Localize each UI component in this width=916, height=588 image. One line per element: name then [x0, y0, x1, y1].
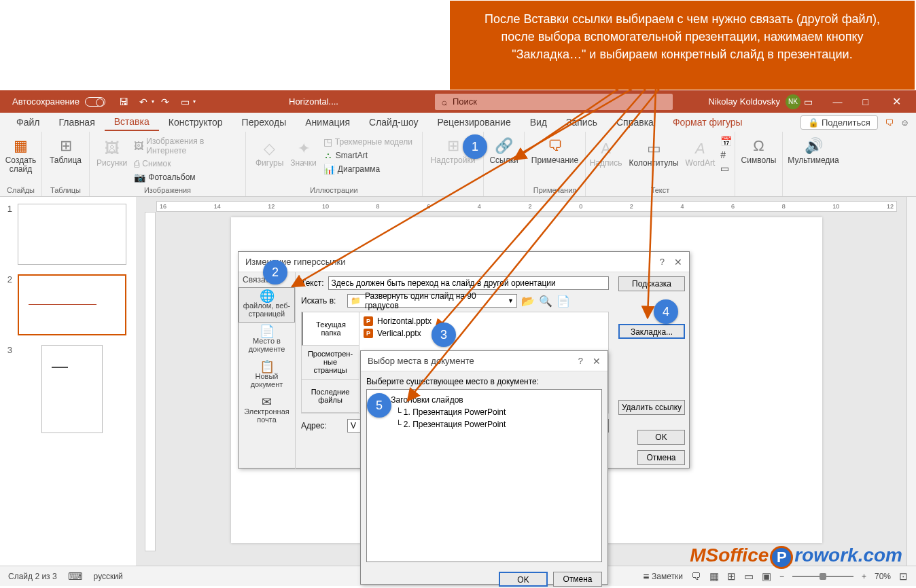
dialog2-help-icon[interactable]: ? — [578, 356, 583, 366]
slide-sorter-icon[interactable]: ⊞ — [727, 570, 736, 583]
tab-file[interactable]: Файл — [7, 114, 49, 130]
slide-number-icon[interactable]: # — [720, 149, 732, 160]
tree-slide-1[interactable]: └ 1. Презентация PowerPoint — [371, 406, 597, 418]
3d-models-button: ◳Трехмерные модели — [322, 136, 414, 148]
object-icon[interactable]: ▭ — [720, 163, 732, 174]
close-icon[interactable]: ✕ — [892, 95, 901, 108]
annotation-4: 4 — [654, 299, 678, 324]
chart-button[interactable]: 📊Диаграмма — [322, 163, 414, 175]
file-item[interactable]: PVerlical.pptx — [362, 327, 605, 339]
horizontal-ruler[interactable]: 161412108642024681012 — [156, 201, 897, 212]
links-button[interactable]: 🔗Ссылки — [488, 133, 519, 166]
address-label: Адрес: — [301, 421, 343, 430]
dialog2-title: Выбор места в документе — [368, 356, 474, 366]
search-box[interactable]: ⌕ Поиск — [435, 94, 673, 110]
tab-review[interactable]: Рецензирование — [428, 114, 521, 130]
slide-thumbnail-1[interactable] — [18, 204, 126, 265]
slideshow-icon[interactable]: ▣ — [762, 570, 771, 583]
browsed-pages-tab[interactable]: Просмотрен- ные страницы — [302, 346, 359, 379]
dlg2-ok-button[interactable]: OK — [499, 572, 548, 587]
autosave-toggle[interactable]: Автосохранение — [12, 96, 105, 107]
tab-insert[interactable]: Вставка — [105, 113, 159, 131]
browse-file-icon[interactable]: 📄 — [557, 295, 570, 308]
link-to-file-web[interactable]: 🌐файлом, веб- страницей — [239, 287, 295, 323]
select-place-dialog: Выбор места в документе ? ✕ Выберите сущ… — [360, 350, 608, 585]
dialog-help-icon[interactable]: ? — [660, 257, 665, 267]
accessibility-icon[interactable]: ⌨ — [68, 570, 83, 583]
recent-files-tab[interactable]: Последние файлы — [302, 380, 359, 413]
tab-animations[interactable]: Анимация — [296, 114, 359, 130]
quick-access-toolbar: 🖫 ↶▾ ↷ ▭▾ — [115, 93, 196, 111]
share-button[interactable]: 🔒 Поделиться — [800, 115, 877, 130]
media-button[interactable]: 🔊Мультимедиа — [786, 133, 840, 166]
shapes-button: ◇Фигуры — [254, 136, 285, 169]
dialog-title: Изменение гиперссылки — [245, 257, 346, 267]
document-title: Horizontal.... — [289, 96, 338, 107]
screentip-button[interactable]: Подсказка — [618, 276, 685, 291]
tree-root[interactable]: ⊟ Заголовки слайдов — [371, 394, 597, 406]
header-footer-button[interactable]: ▭Колонтитулы — [627, 136, 680, 169]
user-account[interactable]: Nikolay Koldovsky NK — [709, 94, 801, 109]
group-comments-label: Примечания — [533, 186, 577, 196]
link-to-place[interactable]: 📄Место в документе — [239, 323, 295, 358]
ribbon-tabs: Файл Главная Вставка Конструктор Переход… — [0, 113, 916, 132]
dialog2-close-icon[interactable]: ✕ — [593, 356, 601, 367]
language-indicator[interactable]: русский — [94, 572, 123, 581]
dlg2-cancel-button[interactable]: Отмена — [553, 572, 602, 587]
zoom-in-icon[interactable]: + — [862, 572, 866, 581]
tab-design[interactable]: Конструктор — [159, 114, 232, 130]
link-to-email[interactable]: ✉Электронная почта — [239, 393, 295, 428]
dlg1-cancel-button[interactable]: Отмена — [637, 450, 685, 465]
tab-transitions[interactable]: Переходы — [232, 114, 296, 130]
maximize-icon[interactable]: □ — [863, 96, 868, 107]
tab-help[interactable]: Справка — [607, 114, 663, 130]
tab-format-shape[interactable]: Формат фигуры — [663, 114, 752, 130]
photo-album-button[interactable]: 📷Фотоальбом — [133, 171, 240, 183]
file-item[interactable]: PHorizontal.pptx — [362, 315, 605, 327]
current-folder-tab[interactable]: Текущая папка — [302, 312, 359, 346]
tab-view[interactable]: Вид — [521, 114, 557, 130]
tab-record[interactable]: Запись — [557, 114, 607, 130]
date-time-icon[interactable]: 📅 — [720, 136, 732, 147]
link-to-new-doc[interactable]: 📋Новый документ — [239, 358, 295, 393]
dialog-close-icon[interactable]: ✕ — [674, 257, 682, 268]
dlg1-ok-button[interactable]: OK — [637, 430, 685, 445]
table-button[interactable]: ⊞Таблица — [48, 133, 83, 166]
fit-to-window-icon[interactable]: ⊡ — [899, 570, 908, 583]
ribbon-display-icon[interactable]: ▭ — [804, 96, 813, 107]
redo-icon[interactable]: ↷ — [156, 93, 174, 111]
vertical-ruler[interactable] — [145, 212, 156, 551]
zoom-out-icon[interactable]: − — [779, 572, 784, 581]
new-slide-button[interactable]: ▦Создать слайд — [4, 133, 38, 175]
notes-button[interactable]: ≣ Заметки — [643, 572, 683, 581]
smartart-button[interactable]: ⛬SmartArt — [322, 149, 414, 162]
display-text-input[interactable] — [328, 276, 609, 290]
slide-counter[interactable]: Слайд 2 из 3 — [8, 572, 57, 581]
up-folder-icon[interactable]: 📂 — [521, 295, 535, 308]
save-icon[interactable]: 🖫 — [115, 93, 133, 111]
reading-view-icon[interactable]: ▭ — [744, 570, 754, 583]
tab-slideshow[interactable]: Слайд-шоу — [359, 114, 428, 130]
place-tree[interactable]: ⊟ Заголовки слайдов └ 1. Презентация Pow… — [366, 389, 602, 562]
slide-thumbnail-2[interactable] — [18, 274, 126, 335]
undo-icon[interactable]: ↶ — [135, 93, 152, 111]
start-from-beginning-icon[interactable]: ▭ — [176, 93, 194, 111]
zoom-level[interactable]: 70% — [875, 572, 891, 581]
tree-slide-2[interactable]: └ 2. Презентация PowerPoint — [371, 418, 597, 430]
right-scrollbar[interactable] — [906, 197, 916, 566]
comments-icon[interactable]: 🗨 — [691, 570, 701, 582]
folder-dropdown[interactable]: 📁 Развернуть один слайд на 90 градусов ▼ — [347, 294, 517, 308]
bookmark-button[interactable]: Закладка... — [618, 324, 685, 339]
comments-pane-icon[interactable]: 🗨 — [885, 117, 894, 128]
slide-thumbnail-3[interactable]: ▬▬▬▬ — [41, 345, 103, 433]
minimize-icon[interactable]: — — [833, 96, 843, 107]
group-images-label: Изображения — [144, 186, 191, 196]
comment-button[interactable]: 🗨Примечание — [530, 133, 580, 166]
remove-link-button[interactable]: Удалить ссылку — [618, 400, 685, 415]
normal-view-icon[interactable]: ▦ — [709, 570, 719, 583]
browse-web-icon[interactable]: 🔍 — [539, 295, 552, 308]
tab-home[interactable]: Главная — [49, 114, 104, 130]
symbols-button[interactable]: ΩСимволы — [740, 133, 778, 166]
feedback-icon[interactable]: ☺ — [900, 117, 909, 128]
zoom-slider[interactable] — [792, 576, 853, 577]
